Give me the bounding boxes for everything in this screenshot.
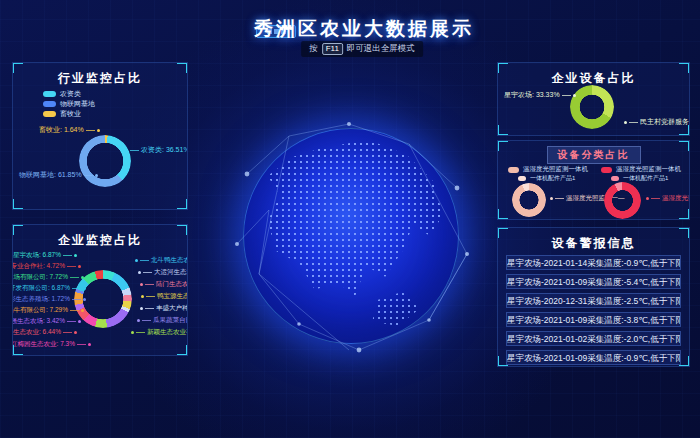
legend-swatch: [601, 167, 612, 173]
enterprise-label: 新颖生态农业有限公司: 6.87: [131, 328, 188, 337]
panel-alarms: 设备警报信息 星宇农场-2021-01-14采集温度:-0.9℃,低于下限:0℃…: [497, 227, 690, 367]
alarm-row: 星宇农场-2021-01-09采集温度:-3.8℃,低于下限:0℃: [506, 312, 681, 327]
enterprise-label: 仁丰生态农业: 6.44%: [12, 328, 77, 337]
enterprise-label: 李强生态农场: 3.42%: [12, 317, 81, 326]
enterprise-label: 鸭宝源生态农场: 4.29: [141, 292, 188, 301]
enterprise-label: 国开发有限公司: 6.87%: [12, 284, 86, 293]
category-title-box: 设备分类占比: [547, 146, 641, 164]
panel-device-category: 设备分类占比 温湿度光照监测一体机 一体机配件产品1 温湿度光照监测一— 温湿度…: [497, 140, 690, 220]
industry-callout-nongzi: 农资类: 36.51%: [125, 145, 188, 155]
legend-swatch: [43, 91, 56, 97]
globe: [243, 128, 459, 344]
category-right-donut-chart[interactable]: [604, 182, 641, 219]
device-callout-left: 星宇农场: 33.33%: [504, 90, 576, 100]
enterprise-label: 北斗鸭生态农场: 11.56%: [135, 256, 188, 265]
enterprise-label: 瓜果蔬菜自留地: 15.02%: [137, 316, 188, 325]
panel-enterprise-share: 企业监控占比 星宇农场: 6.87% 利顺粮食专业合作社: 4.72% 家绿农场…: [12, 224, 188, 356]
category-left-legend-2[interactable]: 一体机配件产品1: [518, 174, 575, 183]
enterprise-label: 家绿农场有限公司: 7.72%: [12, 273, 84, 282]
legend-swatch: [43, 111, 56, 117]
legend-item-xumuye[interactable]: 畜牧业: [43, 109, 81, 119]
alarm-row: 星宇农场-2021-01-09采集温度:-0.9℃,低于下限:0℃: [506, 350, 681, 365]
dashboard-stage: 秀洲区农业大数据展示 按 F11 即可退出全屏模式 行业监控占比 农资类 物联网…: [0, 0, 700, 438]
category-left-legend-1[interactable]: 温湿度光照监测一体机: [508, 165, 588, 174]
legend-item-wulianwang[interactable]: 物联网基地: [43, 99, 95, 109]
device-donut-chart[interactable]: [570, 85, 614, 129]
legend-swatch: [43, 101, 56, 107]
globe-visualization: [243, 128, 459, 344]
hint-prefix: 按: [309, 43, 318, 55]
legend-label: 一体机配件产品1: [530, 174, 575, 183]
category-left-donut-chart[interactable]: [512, 183, 546, 217]
industry-callout-xumuye: 畜牧业: 1.64%: [39, 125, 100, 135]
panel-alarms-title: 设备警报信息: [498, 235, 689, 252]
enterprise-label: 丰盛大户种苗养殖场: 1.: [140, 304, 188, 313]
enterprise-label: 七彩生态养殖场: 1.72%: [12, 295, 86, 304]
legend-swatch: [611, 176, 619, 181]
legend-label: 物联网基地: [60, 99, 95, 109]
legend-label: 一体机配件产品1: [623, 174, 668, 183]
legend-label: 畜牧业: [60, 109, 81, 119]
alarm-row: 星宇农场-2021-01-14采集温度:-0.9℃,低于下限:0℃: [506, 255, 681, 270]
industry-callout-wulianwang: 物联网基地: 61.85%: [19, 170, 98, 180]
legend-label: 农资类: [60, 89, 81, 99]
legend-item-nongzi[interactable]: 农资类: [43, 89, 81, 99]
globe-continent-dots: [244, 129, 458, 343]
enterprise-label: 利顺粮食专业合作社: 4.72%: [12, 262, 81, 271]
hint-suffix: 即可退出全屏模式: [347, 43, 415, 55]
category-right-legend-1[interactable]: 温湿度光照监测一体机: [601, 165, 681, 174]
enterprise-label: 中奶牛有限公司: 7.29%: [12, 306, 84, 315]
alarm-row: 星宇农场-2021-01-09采集温度:-5.4℃,低于下限:0℃: [506, 274, 681, 289]
legend-swatch: [508, 167, 519, 173]
legend-swatch: [518, 176, 526, 181]
enterprise-label: 红梅园生态农业: 7.3%: [12, 340, 91, 349]
panel-industry-title: 行业监控占比: [13, 70, 187, 87]
alarm-row: 星宇农场-2021-01-02采集温度:-2.0℃,低于下限:0℃: [506, 331, 681, 346]
enterprise-label: 陆门生态农业科技有限公: [140, 280, 188, 289]
legend-label: 温湿度光照监测一体机: [616, 165, 681, 174]
legend-label: 温湿度光照监测一体机: [523, 165, 588, 174]
alarm-row: 星宇农场-2020-12-31采集温度:-2.5℃,低于下限:0℃: [506, 293, 681, 308]
alarm-list: 星宇农场-2021-01-14采集温度:-0.9℃,低于下限:0℃ 星宇农场-2…: [498, 255, 689, 367]
panel-device-share: 企业设备占比 星宇农场: 33.33% 民主村党群服务中心:: [497, 62, 690, 136]
fullscreen-hint: 按 F11 即可退出全屏模式: [301, 41, 423, 57]
enterprise-label: 星宇农场: 6.87%: [13, 251, 77, 260]
page-title: 秀洲区农业大数据展示: [14, 16, 700, 42]
enterprise-label: 大运河生态农业有限责任公: [138, 268, 188, 277]
category-right-callout: 温湿度光照监测一—: [646, 194, 690, 203]
panel-industry-share: 行业监控占比 农资类 物联网基地 畜牧业 畜牧业: 1.64% 农资类: 36.…: [12, 62, 188, 210]
f11-keycap: F11: [322, 43, 343, 55]
panel-enterprise-title: 企业监控占比: [13, 232, 187, 249]
